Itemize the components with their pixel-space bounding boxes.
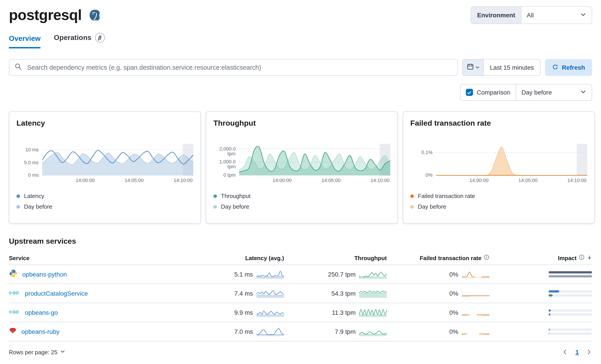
column-header-impact[interactable]: Impact [503, 254, 592, 261]
latency-card: Latency 10 ms 5.0 ms 0 ms 14:00:00 14:05… [9, 111, 201, 224]
latency-plot [42, 144, 193, 178]
throughput-value: 54.3 tpm [331, 290, 356, 297]
latency-sparkline [257, 327, 284, 336]
comparison-select[interactable]: Day before [516, 84, 592, 100]
next-page-button[interactable] [586, 349, 592, 355]
service-link[interactable]: opbeans-go [25, 309, 58, 316]
column-header-service[interactable]: Service [9, 255, 213, 261]
x-axis-tick: 14:10:00 [567, 178, 587, 183]
throughput-sparkline [359, 308, 387, 317]
failed-rate-card: Failed transaction rate 0.1% 0% 14:00:00… [403, 111, 595, 224]
throughput-value: 7.9 tpm [335, 328, 356, 335]
column-header-label: Failed transaction rate [420, 255, 481, 261]
calendar-button[interactable] [463, 59, 484, 76]
tab-operations[interactable]: Operations β [54, 33, 105, 48]
x-axis-tick: 14:10:00 [371, 178, 390, 183]
failed-rate-value: 0% [450, 328, 458, 335]
throughput-chart: 2,000.0 tpm 1,000.0 tpm 0 tpm [239, 144, 390, 176]
throughput-value: 11.3 tpm [332, 309, 356, 316]
y-axis-tick: 10 ms [16, 147, 39, 152]
y-axis-tick: 2,000.0 tpm [213, 146, 236, 156]
chevron-down-icon [580, 11, 586, 19]
python-icon [9, 269, 18, 280]
info-icon[interactable] [579, 254, 585, 261]
legend-item-day-before[interactable]: Day before [16, 203, 52, 210]
chevron-down-icon [60, 349, 65, 355]
service-link[interactable]: opbeans-ruby [21, 328, 59, 335]
table-header-row: Service Latency (avg.) Throughput Failed… [9, 251, 592, 265]
environment-select-value: All [527, 11, 534, 19]
column-header-throughput[interactable]: Throughput [297, 255, 387, 261]
column-header-failed-rate[interactable]: Failed transaction rate [400, 254, 490, 261]
legend-label: Day before [24, 203, 52, 210]
svg-text:GO: GO [12, 290, 19, 295]
svg-text:GO: GO [12, 309, 19, 314]
x-axis-tick: 14:05:00 [322, 178, 341, 183]
chevron-down-icon [580, 88, 586, 96]
service-link[interactable]: productCatalogService [25, 290, 88, 297]
legend-label: Day before [418, 203, 446, 210]
impact-bars [503, 309, 592, 316]
x-axis: 14:00:00 14:05:00 14:10:00 [42, 178, 193, 185]
latency-legend: Latency Day before [16, 193, 193, 210]
legend-dot [213, 205, 217, 208]
column-header-latency[interactable]: Latency (avg.) [226, 255, 284, 261]
comparison-control: Comparison Day before [460, 84, 592, 101]
rows-per-page-button[interactable]: Rows per page: 25 [9, 349, 65, 355]
comparison-select-value: Day before [521, 89, 552, 96]
search-icon [15, 63, 22, 72]
refresh-button[interactable]: Refresh [545, 59, 592, 76]
postgresql-logo-icon [88, 9, 101, 22]
table-footer: Rows per page: 25 1 [9, 348, 592, 355]
x-axis-tick: 14:00:00 [272, 178, 292, 183]
refresh-icon [552, 64, 558, 71]
legend-item-day-before[interactable]: Day before [410, 203, 446, 210]
page-title: postgresql [9, 7, 81, 23]
sort-descending-icon [587, 255, 592, 261]
y-axis-tick: 0 tpm [213, 173, 236, 178]
search-input[interactable] [26, 64, 452, 71]
failed-rate-plot [436, 144, 587, 178]
previous-page-button[interactable] [562, 349, 568, 355]
failed-rate-sparkline [462, 288, 490, 298]
y-axis-tick: 1,000.0 tpm [213, 159, 236, 169]
failed-rate-sparkline [462, 308, 490, 317]
throughput-card: Throughput 2,000.0 tpm 1,000.0 tpm 0 tpm… [206, 111, 398, 224]
tab-overview[interactable]: Overview [9, 35, 40, 48]
chevron-down-icon [475, 64, 480, 71]
legend-item-latency[interactable]: Latency [16, 193, 44, 199]
latency-sparkline [257, 308, 284, 317]
info-icon[interactable] [484, 254, 490, 261]
x-axis-tick: 14:05:00 [125, 178, 144, 183]
legend-label: Latency [24, 193, 44, 199]
comparison-checkbox-group[interactable]: Comparison [460, 84, 516, 100]
page-number[interactable]: 1 [575, 348, 579, 355]
throughput-sparkline [359, 288, 387, 298]
table-row: GO productCatalogService 7.4 ms 54.3 tpm… [9, 284, 592, 303]
legend-label: Day before [221, 203, 249, 210]
legend-item-failed-rate[interactable]: Failed transaction rate [410, 193, 475, 199]
legend-dot [16, 205, 20, 208]
x-axis-tick: 14:10:00 [174, 178, 193, 183]
y-axis-tick: 0 ms [16, 173, 39, 178]
latency-card-title: Latency [16, 119, 193, 128]
legend-item-throughput[interactable]: Throughput [213, 193, 250, 199]
y-axis-tick: 5.0 ms [16, 160, 39, 165]
x-axis-tick: 14:00:00 [470, 178, 489, 183]
toolbar: Last 15 minutes Refresh [9, 59, 592, 76]
failed-rate-legend: Failed transaction rate Day before [410, 193, 587, 210]
table-row: opbeans-python 5.1 ms 250.7 tpm 0% [9, 265, 592, 284]
comparison-checkbox[interactable] [466, 89, 473, 96]
legend-item-day-before[interactable]: Day before [213, 203, 249, 210]
throughput-sparkline [359, 269, 387, 279]
environment-select[interactable]: All [521, 7, 592, 24]
time-range-button[interactable]: Last 15 minutes [484, 59, 540, 76]
impact-bars [503, 290, 592, 297]
legend-dot [410, 194, 414, 198]
environment-filter-label: Environment [471, 7, 521, 24]
x-axis: 14:00:00 14:05:00 14:10:00 [239, 178, 390, 185]
service-link[interactable]: opbeans-python [22, 271, 67, 278]
failed-rate-sparkline [462, 269, 490, 279]
legend-dot [410, 205, 414, 208]
latency-value: 5.1 ms [234, 271, 253, 278]
